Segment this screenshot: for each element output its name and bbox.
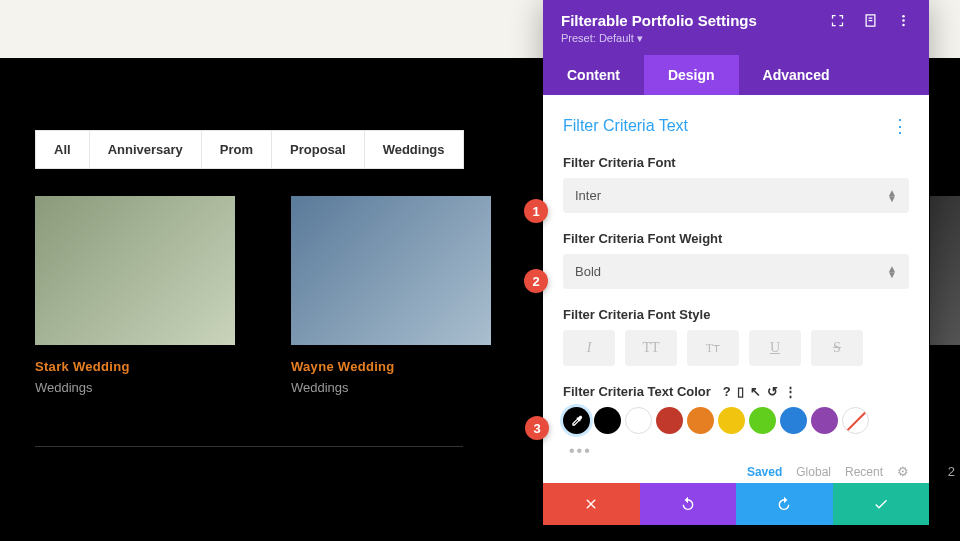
portfolio-grid: Stark Wedding Weddings Wayne Wedding Wed… [35, 196, 491, 395]
callout-1: 1 [524, 199, 548, 223]
font-select[interactable]: Inter ▲▼ [563, 178, 909, 213]
panel-header: Filterable Portfolio Settings Preset: De… [543, 0, 929, 55]
more-vert-icon[interactable] [896, 13, 911, 28]
select-arrows-icon: ▲▼ [887, 266, 897, 278]
portfolio-title: Stark Wedding [35, 359, 235, 374]
expand-icon[interactable] [830, 13, 845, 28]
weight-value: Bold [575, 264, 601, 279]
weight-select[interactable]: Bold ▲▼ [563, 254, 909, 289]
svg-point-0 [902, 15, 905, 18]
settings-panel: Filterable Portfolio Settings Preset: De… [543, 0, 929, 525]
undo-button[interactable] [640, 483, 737, 525]
eyedropper-button[interactable] [563, 407, 590, 434]
color-none[interactable] [842, 407, 869, 434]
help-icon[interactable]: ? [723, 384, 731, 399]
font-value: Inter [575, 188, 601, 203]
gear-icon[interactable]: ⚙ [897, 464, 909, 479]
strikethrough-button[interactable]: S [811, 330, 863, 366]
portfolio-item[interactable]: Wayne Wedding Weddings [291, 196, 491, 395]
panel-footer [543, 483, 929, 525]
color-black[interactable] [594, 407, 621, 434]
tabs: Content Design Advanced [543, 55, 929, 95]
section-title[interactable]: Filter Criteria Text [563, 117, 688, 135]
filter-prom[interactable]: Prom [202, 131, 272, 168]
cropped-portfolio-item [930, 196, 960, 345]
svg-point-1 [902, 19, 905, 22]
uppercase-button[interactable]: TT [625, 330, 677, 366]
portfolio-category: Weddings [291, 380, 491, 395]
palette-tabs: Saved Global Recent ⚙ [563, 464, 909, 479]
font-style-buttons: I TT Tᴛ U S [563, 330, 909, 366]
panel-title: Filterable Portfolio Settings [561, 12, 757, 29]
color-orange[interactable] [687, 407, 714, 434]
color-red[interactable] [656, 407, 683, 434]
callout-2: 2 [524, 269, 548, 293]
palette-saved[interactable]: Saved [747, 465, 782, 479]
mobile-icon[interactable]: ▯ [737, 384, 744, 399]
filter-anniversary[interactable]: Anniversary [90, 131, 202, 168]
close-button[interactable] [543, 483, 640, 525]
panel-body: Filter Criteria Text ⋮ Filter Criteria F… [543, 95, 929, 483]
portfolio-thumbnail [35, 196, 235, 345]
portfolio-thumbnail [291, 196, 491, 345]
check-icon [873, 496, 889, 512]
redo-icon [776, 496, 792, 512]
undo-icon [680, 496, 696, 512]
more-vert-icon[interactable]: ⋮ [784, 384, 797, 399]
palette-global[interactable]: Global [796, 465, 831, 479]
italic-button[interactable]: I [563, 330, 615, 366]
preset-selector[interactable]: Preset: Default ▾ [561, 32, 911, 45]
svg-point-2 [902, 24, 905, 27]
page-number: 2 [948, 464, 955, 479]
portfolio-title: Wayne Wedding [291, 359, 491, 374]
underline-button[interactable]: U [749, 330, 801, 366]
reset-icon[interactable]: ↺ [767, 384, 778, 399]
help-icon[interactable] [863, 13, 878, 28]
close-icon [583, 496, 599, 512]
section-menu-icon[interactable]: ⋮ [891, 115, 909, 137]
color-blue[interactable] [780, 407, 807, 434]
filter-proposal[interactable]: Proposal [272, 131, 365, 168]
color-yellow[interactable] [718, 407, 745, 434]
select-arrows-icon: ▲▼ [887, 190, 897, 202]
tab-advanced[interactable]: Advanced [739, 55, 854, 95]
redo-button[interactable] [736, 483, 833, 525]
tab-design[interactable]: Design [644, 55, 739, 95]
tab-content[interactable]: Content [543, 55, 644, 95]
portfolio-filter-bar: All Anniversary Prom Proposal Weddings [35, 130, 464, 169]
color-purple[interactable] [811, 407, 838, 434]
hover-icon[interactable]: ↖ [750, 384, 761, 399]
portfolio-item[interactable]: Stark Wedding Weddings [35, 196, 235, 395]
filter-weddings[interactable]: Weddings [365, 131, 463, 168]
color-label: Filter Criteria Text Color ? ▯ ↖ ↺ ⋮ [563, 384, 909, 399]
smallcaps-button[interactable]: Tᴛ [687, 330, 739, 366]
portfolio-category: Weddings [35, 380, 235, 395]
color-swatches [563, 407, 909, 434]
expand-palette-icon[interactable]: ••• [569, 442, 909, 460]
style-label: Filter Criteria Font Style [563, 307, 909, 322]
callout-3: 3 [525, 416, 549, 440]
color-green[interactable] [749, 407, 776, 434]
color-white[interactable] [625, 407, 652, 434]
palette-recent[interactable]: Recent [845, 465, 883, 479]
divider [35, 446, 463, 447]
save-button[interactable] [833, 483, 930, 525]
filter-all[interactable]: All [36, 131, 90, 168]
weight-label: Filter Criteria Font Weight [563, 231, 909, 246]
font-label: Filter Criteria Font [563, 155, 909, 170]
